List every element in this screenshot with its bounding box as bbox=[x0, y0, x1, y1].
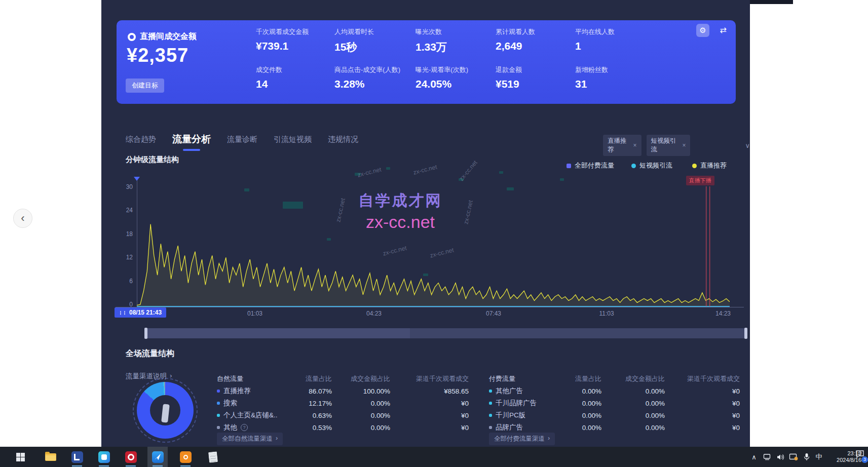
file-explorer-icon[interactable] bbox=[41, 447, 61, 467]
filter-tag-live-recommend[interactable]: 直播推荐 × bbox=[603, 135, 641, 156]
banner-title: 直播间成交金额 bbox=[140, 31, 197, 42]
dashboard-panel: 直播间成交金额 ¥2,357 创建目标 千次观看成交金额¥739.1 人均观看时… bbox=[101, 0, 750, 447]
watermark-small: zx-cc.net bbox=[357, 166, 382, 178]
column-header: 渠道千次观看成交 bbox=[665, 374, 740, 383]
tab-overall-trend[interactable]: 综合趋势 bbox=[126, 135, 156, 147]
table-row-label: 其他? bbox=[217, 423, 301, 432]
legend-swatch bbox=[692, 164, 697, 168]
y-axis-tick: 6 bbox=[119, 278, 133, 285]
notepad-icon[interactable] bbox=[203, 447, 223, 467]
chevron-down-icon[interactable]: ∨ bbox=[745, 142, 750, 149]
artifact bbox=[355, 173, 361, 176]
tray-chevron-up-icon[interactable]: ∧ bbox=[748, 447, 760, 467]
cell: ¥0 bbox=[665, 387, 740, 395]
windows-taskbar: ∧ 中 23:13 2024/8/16 3 bbox=[0, 447, 868, 467]
y-axis-tick: 24 bbox=[119, 207, 133, 214]
tab-short-video[interactable]: 引流短视频 bbox=[274, 135, 312, 147]
all-natural-channels-link[interactable]: 全部自然流量渠道 › bbox=[217, 433, 283, 445]
artifact bbox=[507, 187, 514, 190]
artifact bbox=[423, 274, 428, 276]
swap-metrics-icon[interactable]: ⇄ bbox=[720, 25, 727, 35]
cell: 86.07% bbox=[301, 387, 332, 395]
running-indicator bbox=[99, 465, 109, 466]
slider-handle-left[interactable] bbox=[144, 328, 147, 339]
tab-traffic-analysis[interactable]: 流量分析 bbox=[172, 133, 211, 149]
slider-selection bbox=[146, 328, 410, 338]
notification-badge: 3 bbox=[861, 456, 868, 463]
cell: 0.00% bbox=[555, 412, 601, 419]
cell: ¥0 bbox=[390, 424, 469, 432]
x-axis-tick: 07:43 bbox=[486, 310, 501, 317]
cell: 0.00% bbox=[601, 400, 665, 407]
paid-traffic-table: 付费流量 流量占比 成交金额占比 渠道千次观看成交 其他广告 0.00% 0.0… bbox=[489, 373, 740, 434]
cell: ¥0 bbox=[665, 412, 740, 419]
create-goal-button[interactable]: 创建目标 bbox=[126, 79, 164, 93]
column-header: 流量占比 bbox=[555, 374, 601, 383]
table-row-label: 个人主页&店铺&.. bbox=[217, 411, 301, 420]
metric-cell: 累计观看人数2,649 bbox=[496, 27, 575, 54]
metric-cell: 千次观看成交金额¥739.1 bbox=[256, 27, 334, 54]
brush-start-label[interactable]: ⋮⋮ 08/15 21:43 bbox=[115, 307, 166, 318]
back-button[interactable]: ‹ bbox=[13, 209, 32, 228]
cell: 0.00% bbox=[332, 400, 390, 407]
app-browser-active-icon[interactable] bbox=[147, 447, 168, 467]
legend-short-video[interactable]: 短视频引流 bbox=[631, 161, 672, 170]
column-header: 成交金额占比 bbox=[601, 374, 665, 383]
cell: ¥0 bbox=[390, 412, 469, 419]
x-axis-tick: 01:03 bbox=[247, 310, 262, 317]
app-orange-icon[interactable] bbox=[175, 447, 196, 467]
all-paid-channels-link[interactable]: 全部付费流量渠道 › bbox=[489, 433, 555, 445]
channel-dot bbox=[489, 414, 492, 417]
running-indicator bbox=[72, 465, 82, 466]
info-icon[interactable]: ? bbox=[241, 424, 248, 431]
cell: 100.00% bbox=[332, 387, 390, 395]
notification-center-icon[interactable]: 3 bbox=[855, 450, 866, 464]
natural-traffic-table: 自然流量 流量占比 成交金额占比 渠道千次观看成交 直播推荐 86.07% 10… bbox=[217, 373, 469, 434]
running-indicator bbox=[180, 465, 191, 466]
coin-icon bbox=[128, 33, 136, 41]
channel-dot bbox=[217, 426, 220, 429]
channel-dot bbox=[489, 390, 492, 393]
channel-dot bbox=[489, 426, 492, 429]
channel-dot bbox=[217, 414, 220, 417]
table-row-label: 搜索 bbox=[217, 399, 301, 408]
tab-violations[interactable]: 违规情况 bbox=[328, 135, 358, 147]
cell: 0.00% bbox=[601, 412, 665, 419]
flow-line-chart: 直播下播 bbox=[137, 182, 730, 307]
close-icon[interactable]: × bbox=[633, 142, 637, 149]
cell: 12.17% bbox=[301, 400, 332, 407]
screen-share-icon[interactable] bbox=[787, 447, 800, 467]
x-axis-tick: 11:03 bbox=[599, 310, 614, 317]
microphone-icon[interactable] bbox=[801, 447, 813, 467]
watermark-small: zx-cc.net bbox=[412, 163, 438, 176]
app-lt-icon[interactable] bbox=[67, 447, 87, 467]
artifact bbox=[244, 188, 249, 191]
network-icon[interactable] bbox=[761, 447, 773, 467]
metrics-banner: 直播间成交金额 ¥2,357 创建目标 千次观看成交金额¥739.1 人均观看时… bbox=[117, 20, 736, 104]
cell: ¥0 bbox=[390, 400, 469, 407]
start-button[interactable] bbox=[10, 447, 30, 467]
input-method-indicator[interactable]: 中 bbox=[813, 447, 825, 467]
artifact bbox=[327, 238, 331, 241]
metric-cell: 退款金额¥519 bbox=[496, 65, 575, 90]
filter-tag-short-video[interactable]: 短视频引流 × bbox=[647, 135, 691, 156]
table-row-label: 千川PC版 bbox=[489, 411, 555, 420]
chart-canvas bbox=[137, 182, 730, 307]
app-meeting-icon[interactable] bbox=[94, 447, 114, 467]
cell: ¥0 bbox=[665, 424, 740, 432]
metric-cell: 曝光次数1.33万 bbox=[416, 27, 496, 54]
y-axis-tick: 30 bbox=[119, 183, 133, 190]
slider-handle-right[interactable] bbox=[744, 328, 747, 339]
cell: 0.00% bbox=[555, 424, 601, 432]
tab-traffic-diagnosis[interactable]: 流量诊断 bbox=[227, 135, 257, 147]
channel-dot bbox=[217, 402, 220, 405]
time-range-slider[interactable] bbox=[144, 328, 747, 338]
drag-handle-icon: ⋮⋮ bbox=[118, 310, 126, 316]
settings-gear-icon[interactable]: ⚙ bbox=[696, 24, 709, 37]
app-opera-icon[interactable] bbox=[121, 447, 141, 467]
volume-icon[interactable] bbox=[774, 447, 786, 467]
close-icon[interactable]: × bbox=[682, 142, 686, 149]
legend-paid-traffic[interactable]: 全部付费流量 bbox=[567, 161, 614, 170]
banner-main-value: ¥2,357 bbox=[127, 45, 188, 66]
legend-live-recommend[interactable]: 直播推荐 bbox=[692, 161, 727, 170]
